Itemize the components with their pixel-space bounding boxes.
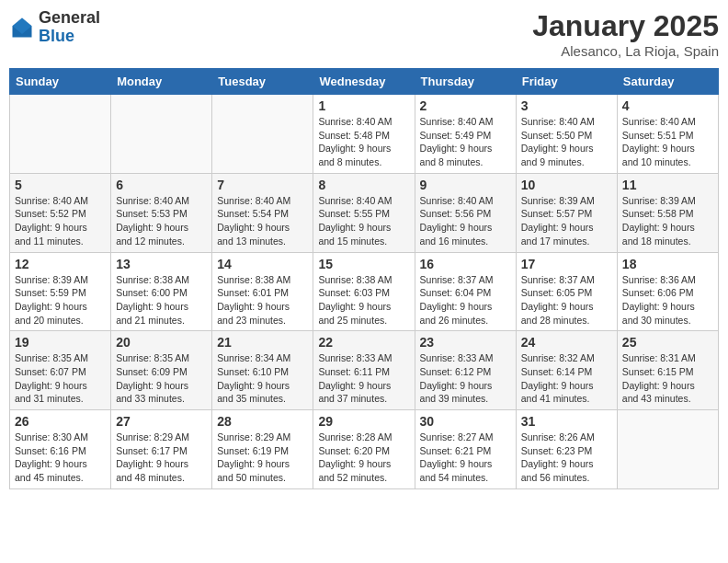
day-number: 30	[420, 414, 511, 429]
calendar-cell: 1Sunrise: 8:40 AM Sunset: 5:48 PM Daylig…	[313, 95, 415, 174]
weekday-header-sunday: Sunday	[10, 69, 111, 95]
calendar-cell	[212, 95, 313, 174]
day-info: Sunrise: 8:35 AM Sunset: 6:09 PM Dayligh…	[116, 351, 207, 406]
day-info: Sunrise: 8:40 AM Sunset: 5:56 PM Dayligh…	[420, 194, 511, 248]
title-block: January 2025 Alesanco, La Rioja, Spain	[532, 9, 719, 59]
day-info: Sunrise: 8:29 AM Sunset: 6:19 PM Dayligh…	[217, 431, 308, 485]
page-header: General Blue January 2025 Alesanco, La R…	[9, 9, 719, 59]
day-info: Sunrise: 8:40 AM Sunset: 5:49 PM Dayligh…	[420, 115, 511, 169]
day-number: 26	[15, 414, 106, 429]
calendar-cell: 30Sunrise: 8:27 AM Sunset: 6:21 PM Dayli…	[415, 410, 516, 489]
day-number: 23	[420, 335, 511, 350]
calendar-cell: 19Sunrise: 8:35 AM Sunset: 6:07 PM Dayli…	[10, 331, 111, 410]
calendar-cell: 28Sunrise: 8:29 AM Sunset: 6:19 PM Dayli…	[212, 410, 313, 489]
day-number: 24	[521, 335, 612, 350]
day-info: Sunrise: 8:40 AM Sunset: 5:55 PM Dayligh…	[318, 194, 409, 248]
day-info: Sunrise: 8:32 AM Sunset: 6:14 PM Dayligh…	[521, 351, 612, 406]
day-number: 12	[15, 257, 106, 271]
day-info: Sunrise: 8:38 AM Sunset: 6:01 PM Dayligh…	[217, 273, 308, 327]
day-info: Sunrise: 8:33 AM Sunset: 6:11 PM Dayligh…	[318, 351, 409, 406]
calendar-cell: 16Sunrise: 8:37 AM Sunset: 6:04 PM Dayli…	[415, 252, 516, 331]
calendar-cell	[111, 95, 212, 174]
day-info: Sunrise: 8:39 AM Sunset: 5:57 PM Dayligh…	[521, 194, 612, 248]
calendar-week-row: 5Sunrise: 8:40 AM Sunset: 5:52 PM Daylig…	[10, 173, 719, 252]
calendar-cell: 29Sunrise: 8:28 AM Sunset: 6:20 PM Dayli…	[313, 410, 415, 489]
calendar-cell: 24Sunrise: 8:32 AM Sunset: 6:14 PM Dayli…	[516, 331, 617, 410]
day-number: 9	[420, 178, 511, 192]
day-info: Sunrise: 8:34 AM Sunset: 6:10 PM Dayligh…	[217, 351, 308, 406]
weekday-header-monday: Monday	[111, 69, 212, 95]
calendar-cell: 27Sunrise: 8:29 AM Sunset: 6:17 PM Dayli…	[111, 410, 212, 489]
calendar-cell: 11Sunrise: 8:39 AM Sunset: 5:58 PM Dayli…	[617, 173, 718, 252]
calendar-cell: 26Sunrise: 8:30 AM Sunset: 6:16 PM Dayli…	[10, 410, 111, 489]
calendar-week-row: 12Sunrise: 8:39 AM Sunset: 5:59 PM Dayli…	[10, 252, 719, 331]
day-number: 5	[15, 178, 106, 192]
calendar-table: SundayMondayTuesdayWednesdayThursdayFrid…	[9, 68, 719, 489]
calendar-week-row: 26Sunrise: 8:30 AM Sunset: 6:16 PM Dayli…	[10, 410, 719, 489]
weekday-header-thursday: Thursday	[415, 69, 516, 95]
logo: General Blue	[9, 9, 100, 46]
logo-text: General Blue	[39, 9, 100, 46]
calendar-cell: 20Sunrise: 8:35 AM Sunset: 6:09 PM Dayli…	[111, 331, 212, 410]
calendar-cell: 25Sunrise: 8:31 AM Sunset: 6:15 PM Dayli…	[617, 331, 718, 410]
day-number: 16	[420, 257, 511, 271]
logo-general: General	[39, 9, 100, 28]
calendar-cell	[10, 95, 111, 174]
day-number: 22	[318, 335, 409, 350]
day-info: Sunrise: 8:39 AM Sunset: 5:59 PM Dayligh…	[15, 273, 106, 327]
general-blue-logo-icon	[9, 15, 35, 40]
calendar-week-row: 19Sunrise: 8:35 AM Sunset: 6:07 PM Dayli…	[10, 331, 719, 410]
day-number: 11	[622, 178, 713, 192]
day-number: 10	[521, 178, 612, 192]
day-info: Sunrise: 8:28 AM Sunset: 6:20 PM Dayligh…	[318, 431, 409, 485]
day-info: Sunrise: 8:37 AM Sunset: 6:05 PM Dayligh…	[521, 273, 612, 327]
day-number: 6	[116, 178, 207, 192]
day-info: Sunrise: 8:26 AM Sunset: 6:23 PM Dayligh…	[521, 431, 612, 485]
day-info: Sunrise: 8:40 AM Sunset: 5:50 PM Dayligh…	[521, 115, 612, 169]
calendar-cell: 12Sunrise: 8:39 AM Sunset: 5:59 PM Dayli…	[10, 252, 111, 331]
day-number: 28	[217, 414, 308, 429]
day-number: 29	[318, 414, 409, 429]
calendar-cell: 9Sunrise: 8:40 AM Sunset: 5:56 PM Daylig…	[415, 173, 516, 252]
day-number: 14	[217, 257, 308, 271]
day-number: 4	[622, 98, 713, 113]
day-info: Sunrise: 8:36 AM Sunset: 6:06 PM Dayligh…	[622, 273, 713, 327]
day-number: 3	[521, 98, 612, 113]
calendar-cell: 10Sunrise: 8:39 AM Sunset: 5:57 PM Dayli…	[516, 173, 617, 252]
calendar-cell: 2Sunrise: 8:40 AM Sunset: 5:49 PM Daylig…	[415, 95, 516, 174]
day-info: Sunrise: 8:31 AM Sunset: 6:15 PM Dayligh…	[622, 351, 713, 406]
month-year-title: January 2025	[532, 9, 719, 43]
day-info: Sunrise: 8:29 AM Sunset: 6:17 PM Dayligh…	[116, 431, 207, 485]
day-number: 1	[318, 98, 409, 113]
weekday-header-row: SundayMondayTuesdayWednesdayThursdayFrid…	[10, 69, 719, 95]
day-info: Sunrise: 8:40 AM Sunset: 5:53 PM Dayligh…	[116, 194, 207, 248]
calendar-cell: 23Sunrise: 8:33 AM Sunset: 6:12 PM Dayli…	[415, 331, 516, 410]
weekday-header-friday: Friday	[516, 69, 617, 95]
day-number: 13	[116, 257, 207, 271]
calendar-cell: 14Sunrise: 8:38 AM Sunset: 6:01 PM Dayli…	[212, 252, 313, 331]
calendar-cell: 18Sunrise: 8:36 AM Sunset: 6:06 PM Dayli…	[617, 252, 718, 331]
day-number: 19	[15, 335, 106, 350]
day-number: 31	[521, 414, 612, 429]
calendar-cell: 6Sunrise: 8:40 AM Sunset: 5:53 PM Daylig…	[111, 173, 212, 252]
calendar-cell: 3Sunrise: 8:40 AM Sunset: 5:50 PM Daylig…	[516, 95, 617, 174]
day-info: Sunrise: 8:40 AM Sunset: 5:48 PM Dayligh…	[318, 115, 409, 169]
calendar-cell: 7Sunrise: 8:40 AM Sunset: 5:54 PM Daylig…	[212, 173, 313, 252]
calendar-week-row: 1Sunrise: 8:40 AM Sunset: 5:48 PM Daylig…	[10, 95, 719, 174]
calendar-cell	[617, 410, 718, 489]
calendar-cell: 31Sunrise: 8:26 AM Sunset: 6:23 PM Dayli…	[516, 410, 617, 489]
day-info: Sunrise: 8:27 AM Sunset: 6:21 PM Dayligh…	[420, 431, 511, 485]
day-info: Sunrise: 8:40 AM Sunset: 5:54 PM Dayligh…	[217, 194, 308, 248]
calendar-cell: 4Sunrise: 8:40 AM Sunset: 5:51 PM Daylig…	[617, 95, 718, 174]
day-info: Sunrise: 8:40 AM Sunset: 5:52 PM Dayligh…	[15, 194, 106, 248]
location-subtitle: Alesanco, La Rioja, Spain	[532, 43, 719, 59]
calendar-cell: 13Sunrise: 8:38 AM Sunset: 6:00 PM Dayli…	[111, 252, 212, 331]
day-number: 27	[116, 414, 207, 429]
day-number: 25	[622, 335, 713, 350]
day-info: Sunrise: 8:33 AM Sunset: 6:12 PM Dayligh…	[420, 351, 511, 406]
calendar-cell: 8Sunrise: 8:40 AM Sunset: 5:55 PM Daylig…	[313, 173, 415, 252]
day-number: 7	[217, 178, 308, 192]
weekday-header-saturday: Saturday	[617, 69, 718, 95]
calendar-cell: 5Sunrise: 8:40 AM Sunset: 5:52 PM Daylig…	[10, 173, 111, 252]
weekday-header-tuesday: Tuesday	[212, 69, 313, 95]
